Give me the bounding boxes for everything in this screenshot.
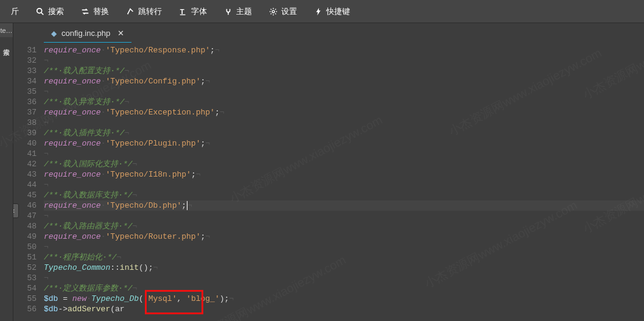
- search-icon: [36, 7, 44, 16]
- fold-handle[interactable]: ‹: [13, 203, 19, 218]
- svg-line-11: [275, 13, 276, 14]
- toolbar-goto[interactable]: 跳转行: [117, 0, 170, 23]
- code-line[interactable]: /**·载入异常支持·*/¬: [44, 97, 644, 107]
- line-number: 53: [13, 273, 37, 283]
- left-rail: te… 搜索: [0, 23, 13, 321]
- theme-icon: [224, 7, 233, 16]
- goto-label: 跳转行: [138, 6, 162, 17]
- line-number: 37: [13, 107, 37, 118]
- line-number: 54: [13, 283, 37, 294]
- gear-icon: [269, 7, 278, 16]
- code-line[interactable]: ¬: [44, 149, 644, 159]
- code-line[interactable]: ¬: [44, 86, 644, 97]
- tab-config-inc-php[interactable]: ◆ config.inc.php ✕: [44, 24, 131, 43]
- line-number: 31: [13, 45, 37, 55]
- line-gutter: 3132333435363738394041424344454647484950…: [13, 43, 44, 321]
- line-number: 56: [13, 304, 37, 314]
- line-number: 40: [13, 138, 37, 149]
- code-line[interactable]: /**·载入国际化支持·*/¬: [44, 159, 644, 169]
- code-line[interactable]: /**·定义数据库参数·*/¬: [44, 283, 644, 294]
- line-number: 49: [13, 231, 37, 242]
- main: te… 搜索 ◆ config.inc.php ✕ 31323334353637…: [0, 23, 644, 321]
- replace-icon: [81, 7, 89, 16]
- line-number: 43: [13, 169, 37, 180]
- tabbar: ◆ config.inc.php ✕: [13, 23, 644, 43]
- toolbar-shortcuts[interactable]: 快捷键: [306, 0, 359, 23]
- code-line[interactable]: require_once·'Typecho/Exception.php';¬: [44, 107, 644, 118]
- rail-top-cell[interactable]: te…: [0, 23, 13, 37]
- line-number: 34: [13, 76, 37, 86]
- line-number: 50: [13, 242, 37, 252]
- code-line[interactable]: require_once·'Typecho/Plugin.php';¬: [44, 138, 644, 149]
- code-content[interactable]: require_once·'Typecho/Response.php';¬¬/*…: [44, 43, 644, 321]
- editor-area[interactable]: 3132333435363738394041424344454647484950…: [13, 43, 644, 321]
- line-number: 33: [13, 66, 37, 76]
- line-number: 36: [13, 97, 37, 107]
- code-line[interactable]: ¬: [44, 118, 644, 128]
- code-line[interactable]: Typecho_Common::init();¬: [44, 263, 644, 273]
- theme-label: 主题: [236, 6, 252, 17]
- toolbar-font[interactable]: T 字体: [170, 0, 215, 23]
- tab-filename: config.inc.php: [61, 29, 110, 38]
- toolbar-theme[interactable]: 主题: [215, 0, 261, 23]
- line-number: 51: [13, 252, 37, 263]
- line-number: 39: [13, 128, 37, 138]
- font-label: 字体: [191, 6, 207, 17]
- code-line[interactable]: ¬: [44, 180, 644, 190]
- svg-line-1: [41, 12, 44, 15]
- line-number: 42: [13, 159, 37, 169]
- line-number: 55: [13, 294, 37, 304]
- line-number: 44: [13, 180, 37, 190]
- replace-label: 替换: [93, 6, 109, 17]
- code-line[interactable]: $db = new·Typecho_Db('Mysql', 'blog_');¬: [44, 294, 644, 304]
- shortcuts-label: 快捷键: [326, 6, 350, 17]
- close-icon[interactable]: ✕: [117, 29, 124, 38]
- code-line[interactable]: /**·载入插件支持·*/¬: [44, 128, 644, 138]
- code-line[interactable]: ¬: [44, 242, 644, 252]
- line-number: 35: [13, 86, 37, 97]
- search-label: 搜索: [48, 6, 64, 17]
- font-icon: T: [179, 7, 187, 16]
- line-number: 52: [13, 263, 37, 273]
- lightning-icon: [314, 7, 323, 16]
- toolbar: 斤 搜索 替换 跳转行 T 字体 主题 设置 快捷键: [0, 0, 644, 23]
- code-line[interactable]: /**·程序初始化·*/¬: [44, 252, 644, 263]
- php-file-icon: ◆: [51, 29, 57, 38]
- code-line[interactable]: /**·载入路由器支持·*/¬: [44, 221, 644, 231]
- line-number: 32: [13, 55, 37, 66]
- code-line[interactable]: /**·载入配置支持·*/¬: [44, 66, 644, 76]
- code-line[interactable]: require_once·'Typecho/I18n.php';¬: [44, 169, 644, 180]
- editor-wrap: ◆ config.inc.php ✕ 313233343536373839404…: [13, 23, 644, 321]
- rail-search-tab[interactable]: 搜索: [0, 37, 13, 43]
- code-line[interactable]: ¬: [44, 211, 644, 221]
- code-line[interactable]: require_once·'Typecho/Router.php';¬: [44, 231, 644, 242]
- refresh-label: 斤: [11, 6, 19, 17]
- code-line[interactable]: require_once·'Typecho/Db.php';​¬: [44, 200, 644, 211]
- code-line[interactable]: $db->addServer(ar: [44, 304, 644, 314]
- toolbar-search[interactable]: 搜索: [27, 0, 72, 23]
- svg-text:T: T: [180, 8, 184, 15]
- line-number: 41: [13, 149, 37, 159]
- line-number: 38: [13, 118, 37, 128]
- svg-point-5: [272, 10, 275, 13]
- code-line[interactable]: /**·载入数据库支持·*/¬: [44, 190, 644, 200]
- svg-line-13: [275, 9, 276, 9]
- toolbar-settings[interactable]: 设置: [261, 0, 306, 23]
- toolbar-replace[interactable]: 替换: [72, 0, 117, 23]
- svg-line-12: [271, 13, 271, 14]
- line-number: 45: [13, 190, 37, 200]
- toolbar-refresh[interactable]: 斤: [2, 0, 27, 23]
- line-number: 48: [13, 221, 37, 231]
- code-line[interactable]: ¬: [44, 55, 644, 66]
- goto-icon: [126, 7, 135, 16]
- settings-label: 设置: [281, 6, 297, 17]
- code-line[interactable]: require_once·'Typecho/Config.php';¬: [44, 76, 644, 86]
- svg-line-10: [271, 9, 271, 9]
- code-line[interactable]: require_once·'Typecho/Response.php';¬: [44, 45, 644, 55]
- code-line[interactable]: ¬: [44, 273, 644, 283]
- svg-point-0: [37, 8, 42, 13]
